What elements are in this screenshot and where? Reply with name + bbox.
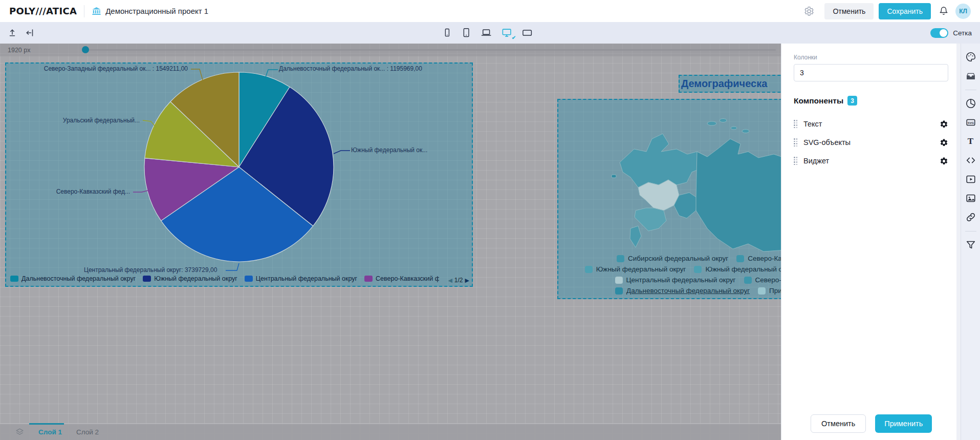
map-legend-row: Центральный федеральный округСеверо-З <box>615 276 781 284</box>
project-bank-icon <box>92 7 101 16</box>
filter-icon[interactable] <box>965 239 977 251</box>
components-heading: Компоненты <box>794 96 843 106</box>
map-legend-row: Южный федеральный округЮжный федеральный… <box>585 265 781 273</box>
legend-label: Северо-З <box>755 276 781 284</box>
grid-toggle-label: Сетка <box>953 29 972 37</box>
map-legend-item[interactable]: Прив <box>758 287 781 295</box>
pie-legend-item[interactable]: Северо-Кавказский федеральный округ <box>364 275 439 282</box>
panel-scrollbar[interactable] <box>956 44 961 440</box>
legend-swatch <box>585 266 593 273</box>
app-header: POLY///ATICA Демонстрационный проект 1 О… <box>0 0 980 22</box>
component-settings-gear-icon[interactable] <box>940 120 948 129</box>
pie-annotation: Южный федеральный ок... <box>351 146 427 154</box>
header-divider <box>84 5 84 17</box>
user-avatar[interactable]: КЛ <box>955 4 971 19</box>
grid-toggle[interactable] <box>930 28 948 38</box>
legend-label: Северо-Кав <box>748 255 781 262</box>
link-icon[interactable] <box>965 211 977 223</box>
code-icon[interactable] <box>965 154 977 166</box>
device-tv-icon[interactable] <box>521 27 533 38</box>
pie-annotation: Северо-Кавказский фед... <box>56 188 130 195</box>
rail-divider <box>965 90 976 90</box>
image-icon[interactable] <box>965 192 977 204</box>
pie-chart-icon[interactable] <box>965 97 977 110</box>
header-save-button[interactable]: Сохранить <box>879 3 931 19</box>
map-legend-item[interactable]: Сибирский федеральный округ <box>617 255 728 262</box>
map-legend-row: Дальневосточный федеральный округПрив <box>615 287 781 295</box>
map-legend-item[interactable]: Северо-Кав <box>736 255 781 262</box>
header-cancel-button[interactable]: Отменить <box>824 3 874 19</box>
map-title-text: Демографическа <box>680 78 767 90</box>
legend-swatch <box>758 287 766 295</box>
collapse-left-icon[interactable] <box>26 29 34 37</box>
svg-object-icon[interactable]: SVG <box>965 116 977 129</box>
pie-legend-pager: ◀ 1/2 ▶ <box>448 277 469 284</box>
device-phone-icon[interactable] <box>442 27 452 38</box>
panel-apply-button[interactable]: Применить <box>875 414 932 433</box>
legend-prev-icon[interactable]: ◀ <box>448 277 452 284</box>
map-legend-item[interactable]: Центральный федеральный округ <box>615 276 736 284</box>
width-slider-track[interactable] <box>87 49 776 51</box>
legend-label: Северо-Кавказский федеральный округ <box>376 275 439 282</box>
legend-next-icon[interactable]: ▶ <box>465 277 469 284</box>
pie-annotation: Центральный федеральный округ: 3739729,0… <box>84 266 217 274</box>
russia-map-svg <box>558 100 781 256</box>
project-title: Демонстрационный проект 1 <box>105 7 208 15</box>
pie-legend: Дальневосточный федеральный округЮжный ф… <box>10 274 439 283</box>
panel-cancel-button[interactable]: Отменить <box>811 414 866 433</box>
pie-legend-item[interactable]: Южный федеральный округ <box>143 275 237 282</box>
legend-swatch <box>617 255 624 262</box>
legend-label: Прив <box>769 287 781 295</box>
width-slider-knob[interactable] <box>82 46 89 53</box>
pie-annotation: Северо-Западный федеральный ок... : 1549… <box>44 65 188 72</box>
map-legend-item[interactable]: Южный федеральный ок <box>694 265 781 273</box>
layer-tab-1[interactable]: Слой 1 <box>38 428 62 436</box>
legend-swatch <box>615 287 623 295</box>
map-legend-row: Сибирский федеральный округСеверо-Кав <box>617 255 781 262</box>
palette-icon[interactable] <box>965 51 977 63</box>
device-desktop-icon[interactable]: ✔ <box>500 27 512 38</box>
component-settings-gear-icon[interactable] <box>940 157 948 165</box>
drag-handle-icon[interactable] <box>794 157 797 165</box>
drawer-icon[interactable] <box>965 70 977 82</box>
notifications-bell-icon[interactable] <box>939 6 948 16</box>
device-laptop-icon[interactable] <box>480 27 492 38</box>
legend-swatch <box>10 276 18 282</box>
pie-chart-widget[interactable]: Северо-Западный федеральный ок... : 1549… <box>5 62 473 287</box>
canvas-width-label: 1920 px <box>8 47 30 54</box>
app-logo: POLY///ATICA <box>9 6 77 16</box>
drag-handle-icon[interactable] <box>794 138 797 146</box>
legend-swatch <box>364 276 373 282</box>
map-legend-item[interactable]: Южный федеральный округ <box>585 265 686 273</box>
columns-input[interactable] <box>794 64 948 81</box>
pie-legend-item[interactable]: Центральный федеральный округ <box>245 275 357 282</box>
settings-gear-icon[interactable] <box>804 6 814 16</box>
pie-annotation: Дальневосточный федеральный ок... : 1195… <box>279 65 422 72</box>
pie-legend-item[interactable]: Дальневосточный федеральный округ <box>10 275 136 282</box>
video-icon[interactable] <box>965 173 977 185</box>
component-row[interactable]: Текст <box>794 115 948 133</box>
legend-swatch <box>694 266 702 273</box>
legend-swatch <box>615 277 623 284</box>
columns-field-label: Колонки <box>794 54 948 61</box>
component-label: SVG-объекты <box>803 138 851 146</box>
component-row[interactable]: SVG-объекты <box>794 133 948 152</box>
layer-tab-2[interactable]: Слой 2 <box>76 428 99 436</box>
component-settings-gear-icon[interactable] <box>940 138 948 147</box>
device-tablet-icon[interactable] <box>461 27 471 38</box>
map-legend-item[interactable]: Дальневосточный федеральный округ <box>615 287 750 295</box>
device-preview-switcher: ✔ <box>442 27 533 38</box>
device-selected-check: ✔ <box>512 35 516 40</box>
legend-label: Южный федеральный округ <box>596 265 686 273</box>
design-canvas[interactable]: 1920 px Северо-Западный федеральный ок..… <box>0 44 781 440</box>
legend-swatch <box>245 276 253 282</box>
text-widget-title[interactable]: Демографическа <box>679 75 781 93</box>
legend-label: Центральный федеральный округ <box>256 275 357 282</box>
components-count-badge: 3 <box>847 96 857 106</box>
upload-icon[interactable] <box>8 29 16 37</box>
map-legend-item[interactable]: Северо-З <box>744 276 781 284</box>
component-row[interactable]: Виджет <box>794 152 948 170</box>
map-widget[interactable]: Сибирский федеральный округСеверо-КавЮжн… <box>557 99 781 299</box>
drag-handle-icon[interactable] <box>794 120 797 128</box>
text-icon[interactable]: T <box>965 135 977 148</box>
